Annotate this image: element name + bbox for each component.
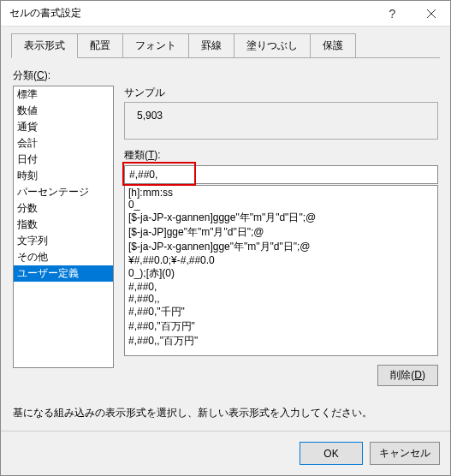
category-item[interactable]: その他 xyxy=(14,249,113,265)
type-label: 種類(T): xyxy=(124,148,438,163)
dialog-content: 表示形式配置フォント罫線塗りつぶし保護 分類(C): 標準数値通貨会計日付時刻パ… xyxy=(1,27,450,431)
dialog-title: セルの書式設定 xyxy=(9,6,373,21)
type-input-wrap xyxy=(124,165,438,185)
sample-label: サンプル xyxy=(124,86,438,100)
titlebar: セルの書式設定 ? xyxy=(1,1,450,27)
format-item[interactable]: [$-ja-JP-x-gannen]gge"年"m"月"d"日";@ xyxy=(125,240,437,254)
help-button[interactable]: ? xyxy=(373,1,412,26)
category-item[interactable]: 指数 xyxy=(14,217,113,233)
tab-罫線[interactable]: 罫線 xyxy=(188,33,234,57)
sample-box: 5,903 xyxy=(124,102,438,140)
category-item[interactable]: ユーザー定義 xyxy=(14,265,113,282)
close-icon xyxy=(427,9,436,18)
tab-配置[interactable]: 配置 xyxy=(77,33,123,57)
format-list[interactable]: [h]:mm:ss0_ [$-ja-JP-x-gannen]ggge"年"m"月… xyxy=(124,185,438,356)
format-item[interactable]: 0_);[赤](0) xyxy=(125,266,437,281)
tab-保護[interactable]: 保護 xyxy=(310,33,356,57)
tab-bar: 表示形式配置フォント罫線塗りつぶし保護 xyxy=(11,33,440,58)
format-item[interactable]: ¥#,##0.0;¥-#,##0.0 xyxy=(125,254,437,266)
category-item[interactable]: 文字列 xyxy=(14,233,113,249)
format-item[interactable]: #,##0,"百万円" xyxy=(125,319,437,334)
cancel-button[interactable]: キャンセル xyxy=(370,442,440,465)
tab-表示形式[interactable]: 表示形式 xyxy=(11,33,78,58)
category-item[interactable]: 時刻 xyxy=(14,168,113,184)
tab-フォント[interactable]: フォント xyxy=(122,33,189,57)
format-item[interactable]: #,##0, xyxy=(125,281,437,293)
category-label: 分類(C): xyxy=(13,68,438,83)
type-input[interactable] xyxy=(124,165,438,184)
category-item[interactable]: パーセンテージ xyxy=(14,184,113,200)
main-row: 標準数値通貨会計日付時刻パーセンテージ分数指数文字列その他ユーザー定義 サンプル… xyxy=(13,86,438,392)
close-button[interactable] xyxy=(412,1,450,26)
format-item[interactable]: 0_ xyxy=(125,199,437,211)
ok-button[interactable]: OK xyxy=(300,442,363,465)
titlebar-buttons: ? xyxy=(373,1,450,26)
delete-button[interactable]: 削除(D) xyxy=(377,365,438,386)
format-item[interactable]: #,##0,, xyxy=(125,293,437,305)
format-item[interactable]: [$-ja-JP-x-gannen]ggge"年"m"月"d"日";@ xyxy=(125,211,437,225)
category-item[interactable]: 標準 xyxy=(14,86,113,103)
category-item[interactable]: 分数 xyxy=(14,200,113,217)
format-cells-dialog: セルの書式設定 ? 表示形式配置フォント罫線塗りつぶし保護 分類(C): 標準数… xyxy=(0,0,451,476)
category-list[interactable]: 標準数値通貨会計日付時刻パーセンテージ分数指数文字列その他ユーザー定義 xyxy=(13,86,114,368)
tab-body: 分類(C): 標準数値通貨会計日付時刻パーセンテージ分数指数文字列その他ユーザー… xyxy=(11,58,440,422)
sample-value: 5,903 xyxy=(134,110,429,122)
dialog-footer: OK キャンセル xyxy=(1,431,450,475)
category-item[interactable]: 会計 xyxy=(14,135,113,152)
category-item[interactable]: 数値 xyxy=(14,103,113,119)
instruction-text: 基になる組み込みの表示形式を選択し、新しい表示形式を入力してください。 xyxy=(13,406,438,420)
format-item[interactable]: [h]:mm:ss xyxy=(125,187,437,199)
format-item[interactable]: [$-ja-JP]gge"年"m"月"d"日";@ xyxy=(125,225,437,240)
right-pane: サンプル 5,903 種類(T): [h]:mm:ss0_ [$-ja-JP-x… xyxy=(124,86,438,392)
delete-row: 削除(D) xyxy=(124,365,438,386)
format-item[interactable]: #,##0,"千円" xyxy=(125,305,437,319)
format-item[interactable]: #,##0,,"百万円" xyxy=(125,334,437,348)
category-item[interactable]: 通貨 xyxy=(14,119,113,135)
tab-塗りつぶし[interactable]: 塗りつぶし xyxy=(234,33,311,57)
category-item[interactable]: 日付 xyxy=(14,152,113,168)
